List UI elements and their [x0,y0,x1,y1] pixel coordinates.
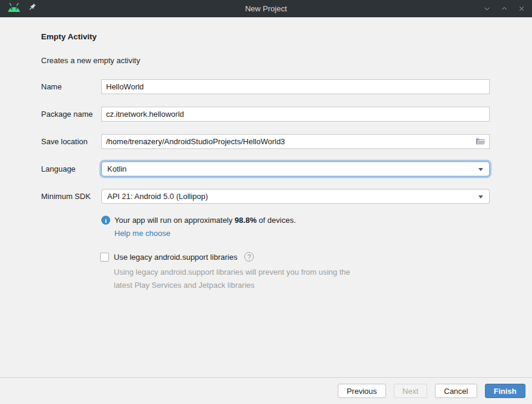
chevron-down-icon [478,195,483,198]
close-icon [518,5,525,13]
sdk-coverage-text: Your app will run on approximately 98.8%… [114,216,296,225]
info-icon: i [101,216,110,225]
chevron-down-icon [478,168,483,171]
save-location-row: Save location [41,133,490,149]
legacy-support-label: Use legacy android.support libraries [114,253,237,262]
help-question-icon[interactable]: ? [244,252,254,262]
folder-icon [475,138,486,145]
dialog-body: Empty Activity Creates a new empty activ… [0,17,532,377]
chevron-down-icon [483,5,491,13]
package-name-input[interactable] [101,107,490,122]
language-select[interactable]: Kotlin [101,161,490,176]
close-button[interactable] [517,4,526,14]
package-name-row: Package name [41,106,490,122]
minimum-sdk-selected-value: API 21: Android 5.0 (Lollipop) [107,192,208,201]
minimum-sdk-label: Minimum SDK [41,192,101,201]
window-title: New Project [0,0,532,17]
titlebar: New Project [0,0,532,17]
new-project-dialog: New Project Empty Activity Creates a new… [0,0,532,404]
page-title: Empty Activity [41,32,532,41]
language-row: Language Kotlin [41,161,490,176]
language-label: Language [41,164,101,173]
finish-button[interactable]: Finish [485,384,525,398]
dialog-footer: Previous Next Cancel Finish [0,377,532,404]
language-selected-value: Kotlin [107,164,127,173]
legacy-support-checkbox[interactable] [100,253,109,262]
save-location-input[interactable] [101,134,490,149]
android-logo-icon [6,2,22,15]
sdk-coverage-info: i Your app will run on approximately 98.… [101,216,532,225]
minimum-sdk-select[interactable]: API 21: Android 5.0 (Lollipop) [101,189,490,204]
pin-icon[interactable] [27,3,36,14]
legacy-support-description: Using legacy android.support libraries w… [114,266,532,292]
minimize-button[interactable] [482,4,491,14]
save-location-label: Save location [41,137,101,146]
help-me-choose-link[interactable]: Help me choose [114,229,170,238]
name-label: Name [41,82,101,91]
next-button: Next [394,384,428,398]
chevron-up-icon [500,5,508,13]
minimum-sdk-row: Minimum SDK API 21: Android 5.0 (Lollipo… [41,188,490,204]
cancel-button[interactable]: Cancel [435,384,477,398]
legacy-support-row: Use legacy android.support libraries ? [100,252,532,262]
browse-folder-button[interactable] [474,136,486,147]
maximize-button[interactable] [499,4,509,14]
project-form: Name Package name Save location [41,79,490,204]
page-subtitle: Creates a new empty activity [41,56,532,65]
sdk-coverage-percent: 98.8% [235,216,257,225]
name-row: Name [41,79,490,94]
previous-button[interactable]: Previous [338,384,386,398]
name-input[interactable] [101,79,490,94]
package-name-label: Package name [41,110,101,119]
